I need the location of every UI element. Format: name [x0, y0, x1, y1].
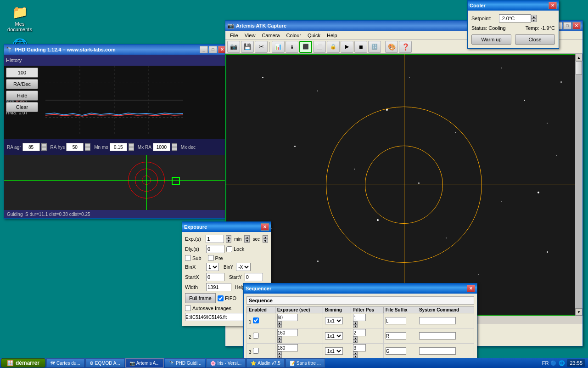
biny-select[interactable]: -X12: [236, 263, 251, 271]
start-button[interactable]: 🪟 démarrer: [1, 358, 45, 368]
scrollbar-down-btn[interactable]: ▼: [575, 308, 582, 316]
seq-cmd-input-0[interactable]: [419, 317, 456, 324]
scrollbar-up-btn[interactable]: ▲: [575, 54, 582, 61]
toolbar-save-btn[interactable]: 💾: [241, 41, 254, 53]
phd-hide-btn[interactable]: Hide: [6, 91, 38, 101]
phd-maximize-btn[interactable]: □: [209, 46, 217, 53]
phd-ra-agr-down[interactable]: ▼: [41, 147, 47, 151]
seq-cmd-input-1[interactable]: [419, 332, 456, 340]
seq-filter-dn-1[interactable]: ▼: [353, 340, 358, 343]
toolbar-lock-btn[interactable]: 🔒: [327, 41, 340, 53]
phd-history-input[interactable]: [6, 68, 38, 78]
phd-titlebar[interactable]: 🔭 PHD Guiding 1.12.4 – www.stark-labs.co…: [4, 45, 228, 55]
toolbar-hist-btn[interactable]: 📊: [272, 41, 285, 53]
scrollbar-thumb[interactable]: [576, 61, 582, 75]
dly-input[interactable]: [206, 245, 224, 253]
exp-min-up[interactable]: ▲: [244, 235, 250, 239]
sub-checkbox[interactable]: [185, 255, 191, 261]
phd-minimize-btn[interactable]: _: [200, 46, 208, 53]
toolbar-cut-btn[interactable]: ✂: [255, 41, 268, 53]
toolbar-color-btn[interactable]: 🎨: [385, 41, 398, 53]
phd-ra-hys-up[interactable]: ▲: [85, 143, 90, 147]
seq-suffix-input-1[interactable]: [386, 332, 406, 340]
starty-input[interactable]: [245, 273, 263, 281]
menu-quick[interactable]: Quick: [305, 32, 323, 39]
desktop-icon-documents[interactable]: 📁 Mes documents: [4, 4, 36, 32]
seq-check-0[interactable]: [253, 317, 259, 323]
seq-bin-select-1[interactable]: 1x12x23x3: [325, 332, 343, 340]
toolbar-num-btn[interactable]: 🔢: [368, 41, 381, 53]
seq-exp-up-2[interactable]: ▲: [277, 351, 282, 355]
cooler-titlebar[interactable]: Cooler ✕: [468, 0, 559, 11]
autosave-checkbox[interactable]: [185, 305, 191, 311]
phd-mx-ra-down[interactable]: ▼: [172, 147, 177, 151]
phd-mn-mo-input[interactable]: [110, 143, 127, 151]
phd-mn-mo-up[interactable]: ▲: [129, 143, 134, 147]
menu-file[interactable]: File: [227, 32, 241, 39]
seq-filter-dn-0[interactable]: ▼: [353, 324, 358, 328]
lock-checkbox[interactable]: [226, 246, 232, 252]
artemis-close-btn[interactable]: ✕: [572, 22, 581, 29]
seq-suffix-input-0[interactable]: [386, 317, 406, 324]
cooler-setpoint-down[interactable]: ▼: [531, 18, 537, 22]
cooler-setpoint-up[interactable]: ▲: [531, 15, 537, 18]
seq-filter-input-0[interactable]: [353, 314, 366, 321]
seq-filter-dn-2[interactable]: ▼: [353, 355, 358, 358]
toolbar-sub-btn[interactable]: ⬜: [313, 41, 326, 53]
seq-exp-dn-2[interactable]: ▼: [277, 355, 282, 358]
taskbar-aladin[interactable]: ⭐ Aladin v7.5: [246, 358, 284, 368]
taskbar-sans-titre[interactable]: 📝 Sans titre ...: [286, 358, 325, 368]
cooler-close-btn[interactable]: ✕: [549, 2, 557, 9]
seq-exp-dn-1[interactable]: ▼: [277, 340, 282, 343]
seq-exp-input-1[interactable]: [277, 329, 298, 336]
startx-input[interactable]: [206, 273, 224, 281]
menu-view[interactable]: View: [242, 32, 258, 39]
toolbar-seq1-btn[interactable]: ▶: [341, 41, 353, 53]
phd-radec-btn[interactable]: RA/Dec: [6, 79, 38, 89]
seq-check-2[interactable]: [253, 348, 259, 354]
seq-bin-select-0[interactable]: 1x12x23x3: [325, 317, 343, 324]
seq-exp-input-2[interactable]: [277, 344, 298, 351]
seq-filter-input-2[interactable]: [353, 344, 366, 351]
phd-mx-ra-input[interactable]: [153, 143, 170, 151]
seq-exp-input-0[interactable]: [277, 314, 298, 321]
seq-exp-up-0[interactable]: ▲: [277, 321, 282, 324]
toolbar-seq2-btn[interactable]: ⏹: [354, 41, 367, 53]
menu-help[interactable]: Help: [324, 32, 340, 39]
seq-exp-up-1[interactable]: ▲: [277, 336, 282, 340]
seq-cmd-input-2[interactable]: [419, 347, 456, 355]
toolbar-capture-btn[interactable]: 📷: [227, 41, 240, 53]
toolbar-frame-btn[interactable]: ⬛: [299, 41, 312, 53]
taskbar-iris[interactable]: 🌸 Iris - Versi...: [206, 358, 246, 368]
exp-down[interactable]: ▼: [226, 239, 231, 243]
seq-filter-up-2[interactable]: ▲: [353, 351, 358, 355]
width-input[interactable]: [206, 283, 231, 291]
exp-up[interactable]: ▲: [226, 235, 231, 239]
phd-ra-agr-input[interactable]: [22, 143, 40, 151]
phd-ra-hys-input[interactable]: [66, 143, 84, 151]
seq-bin-select-2[interactable]: 1x12x23x3: [325, 347, 343, 355]
seq-check-1[interactable]: [253, 333, 259, 339]
toolbar-temp-btn[interactable]: 🌡: [286, 41, 298, 53]
menu-camera[interactable]: Camera: [259, 32, 282, 39]
seq-filter-up-1[interactable]: ▲: [353, 336, 358, 340]
binx-select[interactable]: 123: [206, 263, 219, 271]
seq-filter-input-1[interactable]: [353, 329, 366, 336]
pre-checkbox[interactable]: [208, 255, 214, 261]
seq-exp-dn-0[interactable]: ▼: [277, 324, 282, 328]
artemis-maximize-btn[interactable]: □: [563, 22, 571, 29]
toolbar-help-btn[interactable]: ❓: [399, 41, 412, 53]
phd-mx-ra-up[interactable]: ▲: [172, 143, 177, 147]
fifo-checkbox[interactable]: [218, 295, 224, 301]
taskbar-artemis[interactable]: 📷 Artemis A...: [125, 358, 164, 368]
fullframe-btn[interactable]: Full frame: [185, 293, 216, 303]
phd-clear-btn[interactable]: Clear: [6, 102, 38, 112]
exp-input[interactable]: [206, 235, 224, 243]
cooler-setpoint-input[interactable]: [499, 14, 531, 23]
taskbar-eqmod[interactable]: ⚙ EQMOD A...: [85, 358, 124, 368]
seq-suffix-input-2[interactable]: [386, 347, 406, 355]
cooler-close-dialog-btn[interactable]: Close: [515, 34, 555, 45]
cooler-warmup-btn[interactable]: Warm up: [471, 34, 511, 45]
taskbar-phd[interactable]: 🔭 PHD Guidi...: [165, 358, 206, 368]
exposure-close-btn[interactable]: ✕: [261, 223, 269, 231]
